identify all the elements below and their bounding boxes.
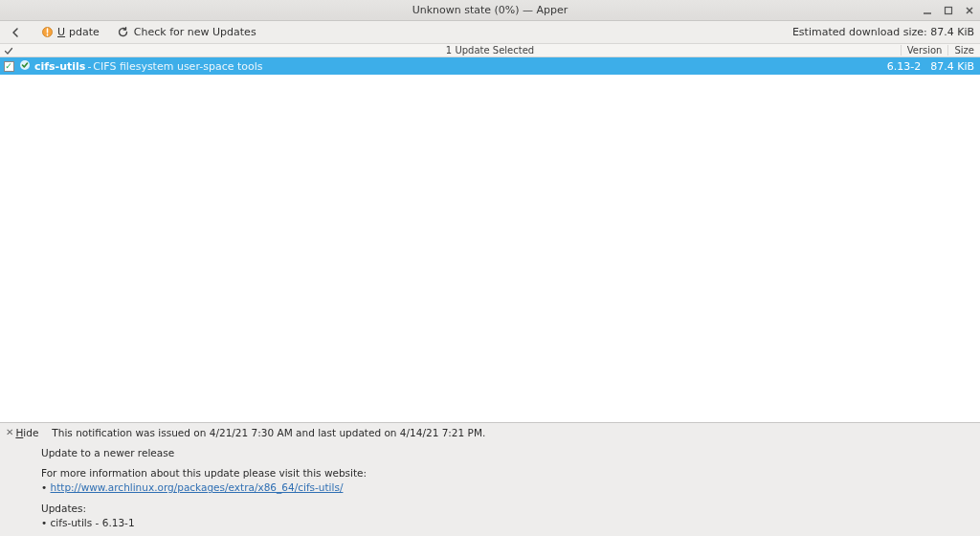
bullet: • bbox=[41, 517, 51, 528]
check-updates-button[interactable]: Check for new Updates bbox=[113, 24, 260, 41]
hide-button[interactable]: ✕ Hide bbox=[6, 426, 38, 440]
window-controls bbox=[921, 4, 976, 17]
arrow-left-icon bbox=[10, 26, 23, 39]
notification-headline: Update to a newer release bbox=[41, 446, 974, 460]
package-size: 87.4 KiB bbox=[930, 60, 980, 73]
notification-link[interactable]: http://www.archlinux.org/packages/extra/… bbox=[51, 481, 344, 493]
download-size-label: Estimated download size: 87.4 KiB bbox=[792, 26, 974, 38]
close-button[interactable] bbox=[963, 4, 976, 17]
update-icon bbox=[40, 26, 54, 39]
minimize-icon bbox=[923, 6, 932, 15]
package-checkbox[interactable]: ✓ bbox=[4, 61, 14, 72]
package-description: CIFS filesystem user-space tools bbox=[91, 60, 262, 73]
size-column-header[interactable]: Size bbox=[947, 45, 980, 56]
notification-issued: This notification was issued on 4/21/21 … bbox=[52, 426, 485, 440]
check-updates-label: Check for new Updates bbox=[134, 26, 256, 38]
svg-rect-1 bbox=[946, 7, 952, 13]
update-button[interactable]: Update bbox=[36, 24, 103, 41]
bullet: • bbox=[41, 481, 51, 493]
check-icon bbox=[4, 46, 13, 56]
close-icon bbox=[965, 6, 974, 15]
window-title: Unknown state (0%) — Apper bbox=[0, 4, 980, 16]
updates-label: Updates: bbox=[41, 502, 974, 516]
update-label: pdate bbox=[69, 26, 100, 38]
version-column-header[interactable]: Version bbox=[901, 45, 948, 56]
selected-count-label: 1 Update Selected bbox=[0, 45, 980, 56]
notification-panel: ✕ Hide This notification was issued on 4… bbox=[0, 422, 980, 536]
column-header: 1 Update Selected Version Size bbox=[0, 44, 980, 57]
check-all-header[interactable] bbox=[0, 46, 17, 56]
maximize-button[interactable] bbox=[942, 4, 955, 17]
package-icon bbox=[19, 59, 31, 74]
titlebar: Unknown state (0%) — Apper bbox=[0, 0, 980, 21]
back-button[interactable] bbox=[6, 24, 27, 41]
update-label-u: U bbox=[57, 26, 65, 38]
package-row[interactable]: ✓ cifs-utils - CIFS filesystem user-spac… bbox=[0, 57, 980, 75]
close-icon: ✕ bbox=[6, 426, 13, 440]
update-item: cifs-utils - 6.13-1 bbox=[51, 517, 135, 528]
minimize-button[interactable] bbox=[921, 4, 934, 17]
maximize-icon bbox=[944, 6, 953, 15]
package-name: cifs-utils bbox=[33, 60, 85, 73]
toolbar: Update Check for new Updates Estimated d… bbox=[0, 21, 980, 44]
notification-more-info: For more information about this update p… bbox=[41, 466, 974, 480]
package-version: 6.13-2 bbox=[887, 60, 930, 73]
package-list[interactable]: ✓ cifs-utils - CIFS filesystem user-spac… bbox=[0, 57, 980, 422]
refresh-icon bbox=[117, 26, 130, 39]
